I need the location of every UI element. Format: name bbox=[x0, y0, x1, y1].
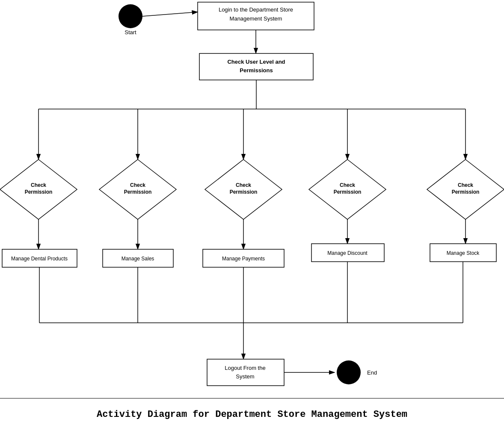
logout-text-1: Logout From the bbox=[225, 365, 265, 371]
check-perm-3-text-1: Check bbox=[236, 182, 251, 188]
end-circle bbox=[337, 360, 361, 384]
check-perm-4-text-2: Permission bbox=[334, 189, 362, 195]
logout-box bbox=[207, 359, 284, 386]
check-perm-5-text-2: Permission bbox=[452, 189, 480, 195]
check-user-level-box bbox=[199, 53, 313, 80]
manage-stock-text: Manage Stock bbox=[447, 250, 480, 256]
check-perm-1-text-1: Check bbox=[31, 182, 46, 188]
diagram-title: Activity Diagram for Department Store Ma… bbox=[97, 409, 407, 420]
check-perm-1-text-2: Permission bbox=[25, 189, 53, 195]
check-perm-2-text-1: Check bbox=[130, 182, 145, 188]
check-user-text-1: Check User Level and bbox=[227, 59, 285, 65]
check-perm-2-text-2: Permission bbox=[124, 189, 152, 195]
check-perm-3-text-2: Permission bbox=[230, 189, 258, 195]
manage-dental-text: Manage Dental Products bbox=[11, 256, 68, 262]
manage-sales-text: Manage Sales bbox=[122, 256, 154, 262]
manage-discount-text: Manage Discount bbox=[327, 250, 368, 256]
start-label: Start bbox=[125, 29, 136, 35]
check-perm-4-text-1: Check bbox=[340, 182, 355, 188]
logout-text-2: System bbox=[236, 373, 254, 380]
end-label: End bbox=[367, 369, 377, 376]
manage-payments-text: Manage Payments bbox=[222, 256, 265, 262]
diagram-container: Start Login to the Department Store Mana… bbox=[0, 0, 504, 425]
login-text-2: Management System bbox=[230, 15, 282, 22]
check-perm-5-text-1: Check bbox=[458, 182, 473, 188]
start-circle bbox=[119, 4, 142, 28]
login-text-1: Login to the Department Store bbox=[219, 6, 293, 13]
check-user-text-2: Permissions bbox=[240, 67, 273, 74]
